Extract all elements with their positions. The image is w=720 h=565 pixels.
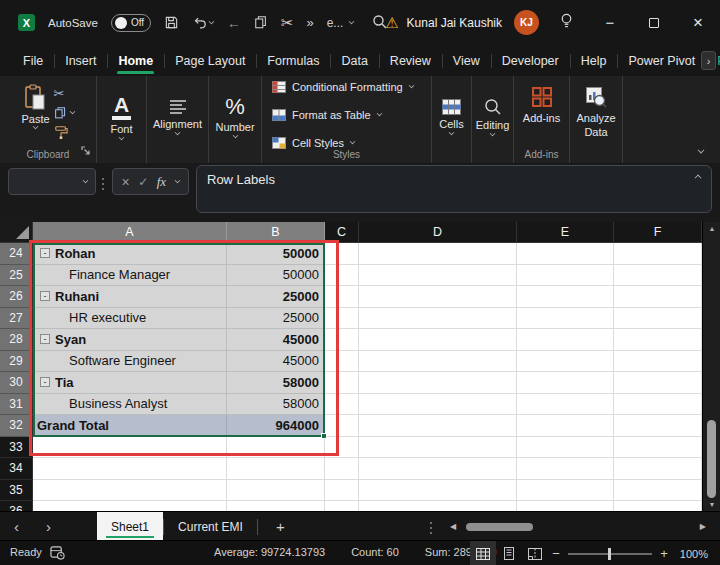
avatar[interactable]: KJ (514, 10, 539, 35)
cell[interactable]: 58000 (227, 394, 325, 416)
document-title-menu[interactable]: e... (327, 17, 355, 29)
cell[interactable]: 45000 (227, 329, 325, 351)
cell[interactable] (359, 394, 517, 416)
cell[interactable] (325, 415, 359, 437)
collapse-ribbon-icon[interactable] (698, 147, 705, 154)
zoom-slider[interactable] (568, 553, 652, 555)
cell[interactable] (325, 329, 359, 351)
cell[interactable] (614, 480, 702, 502)
ribbon-tabs-overflow-icon[interactable]: › (701, 51, 716, 70)
zoom-level[interactable]: 100% (672, 548, 714, 560)
ribbon-tab-insert[interactable]: Insert (54, 45, 107, 76)
cell[interactable] (517, 415, 614, 437)
cut-icon[interactable]: ✂ (281, 15, 294, 30)
cell[interactable] (614, 437, 702, 459)
cell[interactable] (517, 329, 614, 351)
ribbon-tab-page-layout[interactable]: Page Layout (164, 45, 256, 76)
cell[interactable] (517, 437, 614, 459)
cell[interactable] (325, 351, 359, 373)
ribbon-tab-view[interactable]: View (442, 45, 491, 76)
cell[interactable]: Finance Manager (33, 265, 227, 287)
cell[interactable] (325, 458, 359, 480)
cell[interactable]: -Syan (33, 329, 227, 351)
cell[interactable] (325, 308, 359, 330)
cell[interactable] (614, 501, 702, 511)
cell[interactable] (614, 415, 702, 437)
cell[interactable] (359, 458, 517, 480)
page-break-preview-button[interactable] (522, 541, 548, 565)
cell[interactable]: 58000 (227, 372, 325, 394)
cell[interactable] (614, 265, 702, 287)
cell[interactable] (359, 308, 517, 330)
add-sheet-button[interactable]: + (276, 512, 285, 541)
hscroll-left-icon[interactable]: ◀ (450, 512, 456, 541)
column-header-f[interactable]: F (614, 222, 702, 243)
sheet-nav-left-icon[interactable]: ‹ (14, 512, 19, 541)
cell[interactable] (359, 372, 517, 394)
cut-button[interactable]: ✂ (54, 86, 75, 101)
formula-input[interactable]: Row Labels (196, 165, 712, 213)
collapse-group-icon[interactable]: - (40, 291, 50, 301)
ribbon-tab-formulas[interactable]: Formulas (256, 45, 330, 76)
format-painter-button[interactable] (54, 125, 75, 139)
cancel-entry-icon[interactable]: × (121, 174, 129, 190)
hscroll-right-icon[interactable]: ▶ (700, 512, 706, 541)
cell[interactable] (517, 243, 614, 265)
cell[interactable] (517, 308, 614, 330)
editing-menu-button[interactable]: Editing (472, 76, 513, 163)
cell[interactable] (614, 458, 702, 480)
cell[interactable]: 964000 (227, 415, 325, 437)
row-header[interactable]: 34 (0, 458, 33, 480)
close-button[interactable]: × (676, 0, 720, 45)
zoom-out-button[interactable]: − (548, 546, 564, 561)
copy-button[interactable] (54, 106, 75, 120)
lightbulb-icon[interactable] (559, 12, 574, 33)
name-box[interactable] (8, 168, 96, 195)
cell[interactable] (359, 501, 517, 511)
cell[interactable] (614, 329, 702, 351)
collapse-formula-bar-icon[interactable] (695, 175, 702, 182)
cell[interactable] (325, 501, 359, 511)
save-icon[interactable] (164, 15, 179, 30)
cell[interactable] (33, 437, 227, 459)
sheet-nav-right-icon[interactable]: › (46, 512, 51, 541)
cell[interactable] (517, 501, 614, 511)
font-menu-button[interactable]: A Font (97, 76, 146, 163)
cell[interactable] (517, 286, 614, 308)
cell[interactable]: HR executive (33, 308, 227, 330)
row-header[interactable]: 32 (0, 415, 33, 437)
ribbon-tab-help[interactable]: Help (570, 45, 618, 76)
alignment-menu-button[interactable]: Alignment (147, 76, 208, 163)
formula-bar-grip-icon[interactable] (102, 178, 104, 180)
format-as-table-button[interactable]: Format as Table (272, 109, 382, 121)
normal-view-button[interactable] (470, 541, 496, 565)
cells-menu-button[interactable]: Cells (432, 76, 471, 163)
clipboard-dialog-launcher-icon[interactable] (81, 142, 91, 160)
cell[interactable] (227, 458, 325, 480)
cell[interactable] (227, 480, 325, 502)
analyze-data-button[interactable]: Analyze Data (570, 76, 622, 163)
cell[interactable] (325, 480, 359, 502)
cell[interactable] (614, 286, 702, 308)
cell[interactable] (325, 394, 359, 416)
cell[interactable]: 45000 (227, 351, 325, 373)
collapse-group-icon[interactable]: - (40, 377, 50, 387)
zoom-slider-thumb[interactable] (608, 548, 611, 560)
row-header[interactable]: 25 (0, 265, 33, 287)
maximize-button[interactable] (632, 0, 676, 45)
cell[interactable] (359, 437, 517, 459)
cell[interactable] (614, 351, 702, 373)
cell[interactable]: 50000 (227, 265, 325, 287)
cell[interactable] (325, 265, 359, 287)
warning-icon[interactable]: ⚠ (385, 14, 398, 32)
cell[interactable]: 25000 (227, 308, 325, 330)
select-all-button[interactable] (0, 222, 33, 243)
cell[interactable] (359, 351, 517, 373)
conditional-formatting-button[interactable]: Conditional Formatting (272, 81, 414, 93)
ribbon-tab-developer[interactable]: Developer (491, 45, 570, 76)
row-header[interactable]: 36 (0, 501, 33, 511)
user-name[interactable]: Kunal Jai Kaushik (407, 16, 502, 30)
ribbon-tab-file[interactable]: File (12, 45, 54, 76)
cell[interactable]: 50000 (227, 243, 325, 265)
cell[interactable] (33, 501, 227, 511)
